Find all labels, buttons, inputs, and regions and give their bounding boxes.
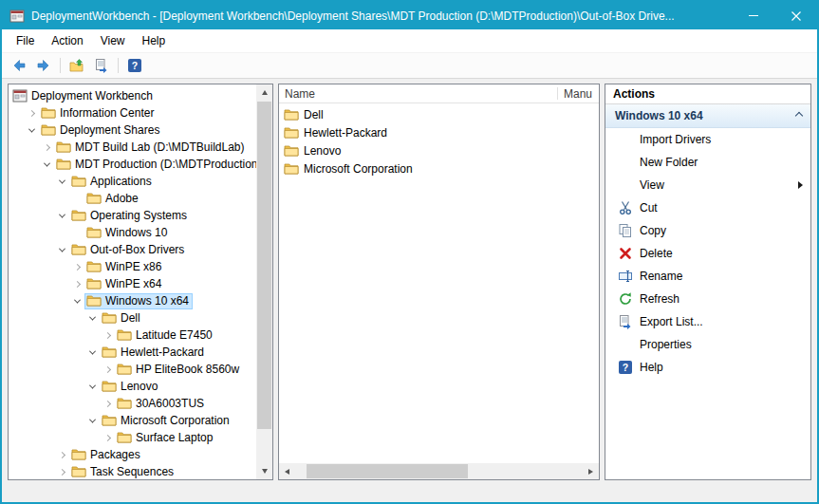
tree-item-winpe-x64[interactable]: WinPE x64 — [9, 275, 256, 292]
tree-item-deployment-shares[interactable]: Deployment Shares — [9, 121, 256, 139]
tree-item-windows-10-x64[interactable]: Windows 10 x64 — [9, 292, 256, 309]
toolbar-export-list-button[interactable] — [89, 54, 114, 77]
tree-item-winpe-x86[interactable]: WinPE x86 — [9, 258, 256, 275]
chevron-down-icon[interactable] — [28, 125, 34, 132]
chevron-down-icon[interactable] — [58, 211, 65, 217]
toolbar-back-button[interactable] — [7, 54, 31, 77]
menu-action[interactable]: Action — [43, 30, 91, 51]
actions-group-header[interactable]: Windows 10 x64 — [605, 104, 810, 128]
toolbar-help-button[interactable] — [122, 54, 147, 77]
chevron-right-icon[interactable] — [103, 400, 110, 406]
scroll-left-button[interactable] — [279, 463, 295, 479]
list-item-lenovo[interactable]: Lenovo — [279, 141, 599, 159]
column-header-name[interactable]: Name — [279, 87, 315, 101]
folder-icon — [71, 447, 86, 462]
list-item-hewlett-packard[interactable]: Hewlett-Packard — [279, 123, 599, 141]
chevron-right-icon[interactable] — [28, 109, 34, 116]
refresh-icon — [618, 291, 633, 307]
menu-file[interactable]: File — [8, 30, 43, 51]
tree-item-deployment-workbench[interactable]: Deployment Workbench — [9, 87, 256, 104]
list-item-dell[interactable]: Dell — [279, 105, 599, 123]
tree-item-hewlett-packard[interactable]: Hewlett-Packard — [9, 344, 256, 361]
folder-icon — [102, 345, 117, 360]
tree-item-operating-systems[interactable]: Operating Systems — [9, 207, 256, 224]
back-icon — [11, 58, 27, 73]
tree-item-30a6003tus[interactable]: 30A6003TUS — [9, 395, 256, 412]
action-delete[interactable]: Delete — [605, 242, 810, 265]
tree-vertical-scrollbar[interactable] — [256, 84, 272, 479]
chevron-right-icon[interactable] — [43, 143, 49, 150]
action-copy[interactable]: Copy — [605, 219, 810, 242]
folder-icon — [284, 161, 299, 177]
chevron-down-icon[interactable] — [88, 382, 95, 388]
folder-icon — [56, 157, 71, 172]
tree-item-windows-10[interactable]: Windows 10 — [9, 224, 256, 241]
chevron-down-icon[interactable] — [43, 159, 49, 166]
toolbar-forward-button[interactable] — [31, 54, 56, 77]
tree-item-packages[interactable]: Packages — [9, 446, 256, 463]
tree-item-task-sequences[interactable]: Task Sequences — [9, 463, 256, 480]
action-rename[interactable]: Rename — [605, 265, 810, 288]
tree-item-surface-laptop[interactable]: Surface Laptop — [9, 429, 256, 446]
collapse-group-icon[interactable] — [795, 112, 803, 120]
action-help[interactable]: Help — [605, 356, 810, 379]
folder-icon — [117, 327, 132, 343]
delete-icon-box — [618, 246, 633, 261]
tree-item-microsoft-corporation[interactable]: Microsoft Corporation — [9, 412, 256, 429]
copy-icon — [618, 223, 633, 238]
tree-item-latitude-e7450[interactable]: Latitude E7450 — [9, 327, 256, 344]
toolbar-up-one-level-button[interactable] — [65, 54, 89, 77]
folder-icon — [41, 105, 56, 121]
chevron-right-icon[interactable] — [103, 331, 110, 338]
list-item-microsoft-corporation[interactable]: Microsoft Corporation — [279, 159, 599, 177]
vertical-scroll-thumb[interactable] — [257, 102, 271, 429]
tree-item-applications[interactable]: Applications — [9, 173, 256, 190]
menu-view[interactable]: View — [92, 30, 134, 51]
chevron-down-icon[interactable] — [88, 347, 95, 354]
tree-item-mdt-production-d-mdtproduction[interactable]: MDT Production (D:\MDTProduction) — [9, 156, 256, 173]
chevron-down-icon[interactable] — [88, 416, 95, 422]
tree-item-hp-elitebook-8560w[interactable]: HP EliteBook 8560w — [9, 361, 256, 378]
chevron-right-icon[interactable] — [58, 468, 65, 475]
scroll-right-icon — [588, 469, 593, 475]
chevron-right-icon[interactable] — [73, 280, 80, 287]
column-header-manufacturer[interactable]: Manu — [564, 87, 592, 101]
export-list-icon-box — [618, 314, 633, 329]
chevron-down-icon[interactable] — [73, 296, 80, 303]
chevron-down-icon[interactable] — [58, 177, 65, 183]
column-divider[interactable] — [557, 87, 558, 100]
delete-icon — [618, 246, 633, 261]
scroll-right-button[interactable] — [583, 463, 599, 479]
folder-icon — [71, 208, 86, 223]
list-horizontal-scrollbar[interactable] — [279, 463, 599, 479]
tree-item-information-center[interactable]: Information Center — [9, 104, 256, 121]
action-import-drivers[interactable]: Import Drivers — [605, 128, 810, 151]
up-one-level-icon — [69, 58, 84, 73]
action-refresh[interactable]: Refresh — [605, 288, 810, 310]
chevron-right-icon[interactable] — [103, 365, 110, 372]
tree-item-lenovo[interactable]: Lenovo — [9, 378, 256, 395]
close-button[interactable] — [774, 2, 817, 29]
tree-item-out-of-box-drivers[interactable]: Out-of-Box Drivers — [9, 241, 256, 258]
tree-item-mdt-build-lab-d-mdtbuildlab[interactable]: MDT Build Lab (D:\MDTBuildLab) — [9, 139, 256, 156]
horizontal-scroll-thumb[interactable] — [307, 464, 468, 478]
action-view[interactable]: View — [605, 174, 810, 196]
chevron-right-icon[interactable] — [73, 263, 80, 270]
chevron-down-icon[interactable] — [88, 313, 95, 320]
action-cut[interactable]: Cut — [605, 196, 810, 219]
scroll-down-button[interactable] — [256, 463, 272, 479]
console-tree: Deployment WorkbenchInformation CenterDe… — [9, 84, 256, 480]
chevron-right-icon[interactable] — [103, 434, 110, 440]
action-export-list[interactable]: Export List... — [605, 310, 810, 333]
tree-item-dell[interactable]: Dell — [9, 309, 256, 327]
action-properties[interactable]: Properties — [605, 333, 810, 356]
tree-item-label: Hewlett-Packard — [121, 345, 204, 359]
chevron-down-icon[interactable] — [58, 245, 65, 252]
tree-item-adobe[interactable]: Adobe — [9, 190, 256, 207]
minimize-button[interactable] — [732, 2, 774, 29]
menu-help[interactable]: Help — [134, 30, 175, 51]
chevron-right-icon[interactable] — [58, 451, 65, 457]
scroll-up-button[interactable] — [256, 84, 272, 101]
console-tree-pane: Deployment WorkbenchInformation CenterDe… — [8, 84, 273, 480]
action-new-folder[interactable]: New Folder — [605, 151, 810, 174]
